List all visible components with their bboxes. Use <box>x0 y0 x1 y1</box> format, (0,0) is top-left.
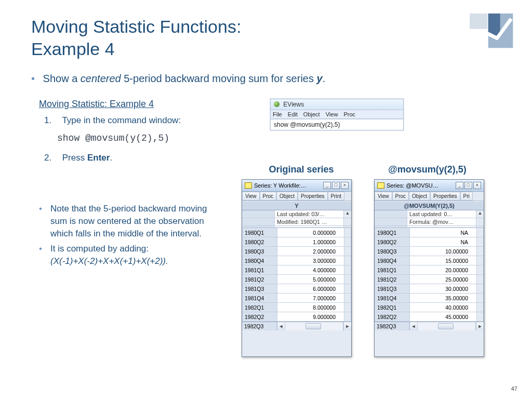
table-row: 1980Q32.000000 <box>243 247 351 256</box>
series-header: Y <box>242 201 351 210</box>
scroll-left-icon[interactable]: ◄ <box>277 322 285 330</box>
note-text: Note that the 5-period backward moving s… <box>50 203 221 240</box>
table-row: 1981Q435.00000 <box>375 294 484 303</box>
scroll-thumb[interactable] <box>305 323 321 329</box>
step-text-post: . <box>110 153 112 163</box>
step-text: Type in the command window: <box>62 115 181 125</box>
bullet-dot: • <box>39 203 50 240</box>
scroll-left-icon[interactable]: ◄ <box>409 322 417 330</box>
series-window-movsum: Series: @MOVSU… _ □ × View Proc Object P… <box>374 179 484 357</box>
scroll-track[interactable] <box>417 322 476 330</box>
table-row: 1980Q1NA <box>375 228 484 237</box>
series-icon <box>377 182 384 189</box>
minimize-icon[interactable]: _ <box>323 182 331 189</box>
info-text: Formula: @mov… <box>407 218 476 225</box>
info-row: Last updated: 03/…▲ <box>242 210 351 218</box>
scroll-right-icon[interactable]: ► <box>343 322 351 330</box>
note-2: • It is computed by adding: (X(-1)+X(-2)… <box>39 243 221 268</box>
table-row: 1980Q310.00000 <box>375 247 484 256</box>
table-row: 1981Q47.000000 <box>243 294 351 303</box>
menu-edit[interactable]: Edit <box>288 111 298 117</box>
step-num: 1. <box>44 115 55 126</box>
tb-view[interactable]: View <box>242 192 260 201</box>
table-row: 1981Q330.00000 <box>375 284 484 294</box>
tb-object[interactable]: Object <box>409 192 430 201</box>
menu-file[interactable]: File <box>273 111 282 117</box>
tb-object[interactable]: Object <box>276 192 298 201</box>
tb-print[interactable]: Print <box>328 192 345 201</box>
tb-properties[interactable]: Properties <box>298 192 328 201</box>
menu-proc[interactable]: Proc <box>343 111 355 117</box>
bullet-pre: Show a <box>43 73 81 84</box>
note2-pre: It is computed by adding: <box>50 244 149 254</box>
maximize-icon[interactable]: □ <box>332 182 340 189</box>
step-num: 2. <box>44 153 55 163</box>
cmdwin-input[interactable]: show @movsum(y(2),5) <box>271 119 403 130</box>
page-number: 47 <box>511 385 517 392</box>
step-2: 2. Press Enter. <box>44 153 231 163</box>
bullet-mid: 5-period backward moving sum for series <box>121 73 317 84</box>
scroll-right-icon[interactable]: ► <box>476 322 484 330</box>
table-row: 1982Q245.00000 <box>375 312 484 322</box>
table-row: 1981Q120.00000 <box>375 265 484 275</box>
series-icon <box>245 182 252 189</box>
tb-proc[interactable]: Proc <box>392 192 409 201</box>
title-line2: Example 4 <box>31 39 115 59</box>
tb-properties[interactable]: Properties <box>430 192 460 201</box>
table-row: 1980Q10.000000 <box>243 228 351 237</box>
main-bullet: Show a centered 5-period backward moving… <box>31 73 325 85</box>
maximize-icon[interactable]: □ <box>464 182 472 189</box>
code-command: show @movsum(y(2),5) <box>57 133 231 143</box>
scroll-track[interactable] <box>285 322 343 330</box>
step-key: Enter <box>87 153 110 163</box>
cmdwin-menubar: File Edit Object View Proc <box>271 110 403 119</box>
table-row: 1981Q25.000000 <box>243 275 351 284</box>
window-title: Series: Y Workfile:… <box>254 182 323 189</box>
svg-rect-2 <box>488 14 500 36</box>
bottom-index: 1982Q3 <box>242 322 277 330</box>
logo-chart-icon <box>470 13 514 49</box>
tb-print[interactable]: Pri <box>460 192 473 201</box>
table-row: 1982Q18.000000 <box>243 303 351 312</box>
data-table: 1980Q1NA 1980Q2NA 1980Q310.00000 1980Q41… <box>375 228 484 322</box>
window-titlebar: Series: Y Workfile:… _ □ × <box>242 180 351 192</box>
bullet-em: centered <box>81 73 121 84</box>
menu-object[interactable]: Object <box>303 111 320 117</box>
eviews-command-window: EViews File Edit Object View Proc show @… <box>270 99 404 130</box>
series-header: @MOVSUM(Y(2),5) <box>375 201 484 210</box>
menu-view[interactable]: View <box>326 111 338 117</box>
info-text: Last updated: 03/… <box>275 210 343 218</box>
label-original-series: Original series <box>249 164 353 175</box>
cmdwin-title: EViews <box>283 101 304 108</box>
scroll-up-icon[interactable]: ▲ <box>476 210 484 218</box>
table-row: 1980Q415.00000 <box>375 256 484 265</box>
note-1: • Note that the 5-period backward moving… <box>39 203 221 240</box>
note-text: It is computed by adding: (X(-1)+X(-2)+X… <box>50 243 168 268</box>
minimize-icon[interactable]: _ <box>456 182 463 189</box>
svg-rect-0 <box>470 14 487 29</box>
notes: • Note that the 5-period backward moving… <box>39 203 221 271</box>
table-row: 1982Q29.000000 <box>243 312 351 322</box>
data-table: 1980Q10.000000 1980Q21.000000 1980Q32.00… <box>242 228 351 322</box>
info-text: Last updated: 0… <box>407 210 476 218</box>
close-icon[interactable]: × <box>341 182 349 189</box>
scroll-up-icon[interactable]: ▲ <box>343 210 351 218</box>
tb-proc[interactable]: Proc <box>260 192 277 201</box>
bullet-post: . <box>323 73 326 84</box>
horizontal-scrollbar[interactable]: 1982Q3 ◄ ► <box>242 322 351 330</box>
info-text: Modified: 1980Q1 … <box>275 218 343 225</box>
close-icon[interactable]: × <box>473 182 481 189</box>
horizontal-scrollbar[interactable]: 1982Q3 ◄ ► <box>375 322 484 330</box>
bullet-series: y <box>317 73 323 84</box>
info-row: Modified: 1980Q1 … <box>242 218 351 226</box>
scroll-thumb[interactable] <box>438 323 454 329</box>
cmdwin-titlebar: EViews <box>271 99 403 110</box>
slide-title: Moving Statistic Functions: Example 4 <box>31 16 241 60</box>
label-movsum-series: @movsum(y(2),5) <box>374 164 481 175</box>
table-row: 1980Q21.000000 <box>243 237 351 247</box>
step-text-pre: Press <box>62 153 87 163</box>
series-window-original: Series: Y Workfile:… _ □ × View Proc Obj… <box>242 179 352 357</box>
window-titlebar: Series: @MOVSU… _ □ × <box>375 180 484 192</box>
bullet-dot: • <box>39 243 50 268</box>
tb-view[interactable]: View <box>375 192 392 201</box>
